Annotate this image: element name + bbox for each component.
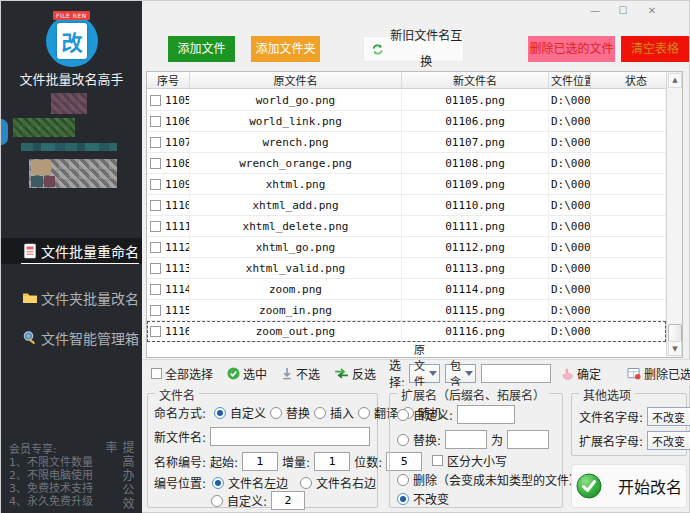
scroll-up-icon[interactable]: ▲ xyxy=(668,73,682,88)
new-name-input[interactable] xyxy=(210,427,370,446)
table-row[interactable]: 1112 xhtml_go.png 01112.png D:\000\ xyxy=(147,237,666,258)
row-checkbox[interactable] xyxy=(150,95,161,106)
row-old-name: world_go.png xyxy=(190,90,402,110)
row-checkbox[interactable] xyxy=(150,158,161,169)
row-new-name: 01106.png xyxy=(402,111,549,131)
table-row[interactable]: 1108 wrench_orange.png 01108.png D:\000\ xyxy=(147,153,666,174)
sidebar-item-folder-rename[interactable]: 文件夹批量改名 xyxy=(1,285,142,311)
row-index: 1110 xyxy=(165,199,190,212)
sidebar-item-batch-rename[interactable]: 文件批量重命名 xyxy=(1,238,142,264)
table-row[interactable]: 1111 xhtml_delete.png 01111.png D:\000\ xyxy=(147,216,666,237)
row-location: D:\000\ xyxy=(549,321,591,341)
row-old-name: xhtml.png xyxy=(190,174,402,194)
swap-names-button[interactable]: 新旧文件名互换 xyxy=(363,36,464,62)
increment-input[interactable] xyxy=(314,452,350,471)
vip-title: 会员专享: xyxy=(9,443,93,456)
vip-benefits: 会员专享: 1、不限文件数量 2、不限电脑使用 3、免费技术支持 4、永久免费升… xyxy=(9,443,93,508)
new-name-label: 新文件名: xyxy=(154,428,206,445)
check-button[interactable]: 选中 xyxy=(227,365,267,382)
radio-translate[interactable] xyxy=(358,407,370,419)
row-checkbox[interactable] xyxy=(150,179,161,190)
sidebar-item-smart-manage[interactable]: 文件智能管理箱 xyxy=(1,325,142,351)
row-checkbox[interactable] xyxy=(150,284,161,295)
sidebar-collapse-handle[interactable] xyxy=(1,119,8,145)
row-checkbox[interactable] xyxy=(150,221,161,232)
row-index: 1107 xyxy=(165,136,190,149)
add-files-button[interactable]: 添加文件 xyxy=(168,36,235,62)
row-checkbox[interactable] xyxy=(150,200,161,211)
magnifier-key-icon xyxy=(22,330,38,346)
ext-custom-input[interactable] xyxy=(457,405,515,424)
ext-case-dropdown[interactable]: 不改变 xyxy=(647,431,690,450)
radio-insert[interactable] xyxy=(314,407,326,419)
table-row[interactable]: 1115 zoom_in.png 01115.png D:\000\ xyxy=(147,300,666,321)
table-row[interactable]: 1116 zoom_out.png 01116.png D:\000\ xyxy=(147,321,666,342)
table-row[interactable]: 1113 xhtml_valid.png 01113.png D:\000\ xyxy=(147,258,666,279)
row-checkbox[interactable] xyxy=(150,137,161,148)
delete-selected-button[interactable]: 删除已选 xyxy=(627,365,690,382)
keyword-input[interactable] xyxy=(481,364,551,383)
row-status xyxy=(591,195,666,215)
row-new-name: 01108.png xyxy=(402,153,549,173)
clear-table-button[interactable]: 清空表格 xyxy=(621,36,689,62)
filename-case-dropdown[interactable]: 不改变 xyxy=(647,407,690,426)
col-header-index[interactable]: 序号 xyxy=(147,72,190,88)
radio-position-left[interactable] xyxy=(212,477,224,489)
radio-custom[interactable] xyxy=(214,407,226,419)
row-old-name: wrench_orange.png xyxy=(190,153,402,173)
field-dropdown[interactable]: 原文件名 xyxy=(409,364,440,383)
start-rename-button[interactable]: 开始改名 xyxy=(571,464,687,508)
table-row[interactable]: 1114 zoom.png 01114.png D:\000\ xyxy=(147,279,666,300)
delete-selected-files-button[interactable]: 删除已选的文件 xyxy=(528,36,615,62)
ext-replace-from-input[interactable] xyxy=(445,430,487,449)
down-arrow-icon xyxy=(281,367,293,380)
minimize-button[interactable]: — xyxy=(585,4,605,18)
ext-replace-to-input[interactable] xyxy=(507,430,549,449)
radio-ext-delete[interactable] xyxy=(397,474,409,486)
match-dropdown[interactable]: 包含 xyxy=(445,364,476,383)
radio-position-custom[interactable] xyxy=(211,495,223,507)
row-checkbox[interactable] xyxy=(150,242,161,253)
table-row[interactable]: 1105 world_go.png 01105.png D:\000\ xyxy=(147,90,666,111)
row-status xyxy=(591,111,666,131)
radio-position-right[interactable] xyxy=(300,477,312,489)
row-checkbox[interactable] xyxy=(150,305,161,316)
col-header-newname[interactable]: 新文件名 xyxy=(402,72,549,88)
invert-selection-button[interactable]: 反选 xyxy=(334,365,376,382)
sidebar-item-label: 文件智能管理箱 xyxy=(41,328,139,348)
col-header-location[interactable]: 文件位置 xyxy=(549,72,591,88)
row-new-name: 01109.png xyxy=(402,174,549,194)
table-row[interactable]: 1110 xhtml_add.png 01110.png D:\000\ xyxy=(147,195,666,216)
row-new-name: 01110.png xyxy=(402,195,549,215)
scroll-down-icon[interactable]: ▼ xyxy=(668,341,682,356)
maximize-button[interactable]: ☐ xyxy=(613,4,633,18)
radio-ext-custom[interactable] xyxy=(397,409,409,421)
redacted-block xyxy=(51,93,87,114)
row-status xyxy=(591,258,666,278)
table-row[interactable]: 1109 xhtml.png 01109.png D:\000\ xyxy=(147,174,666,195)
position-label: 编号位置: xyxy=(154,474,206,491)
start-input[interactable] xyxy=(242,452,278,471)
confirm-button[interactable]: 确定 xyxy=(561,365,601,382)
close-button[interactable]: ✕ xyxy=(642,4,662,18)
filename-case-label: 文件名字母: xyxy=(579,408,643,425)
case-sensitive-checkbox[interactable] xyxy=(432,455,443,466)
col-header-oldname[interactable]: 原文件名 xyxy=(190,72,402,88)
row-index: 1111 xyxy=(165,220,190,233)
table-header: 序号 原文件名 新文件名 文件位置 状态 xyxy=(147,72,682,89)
row-checkbox[interactable] xyxy=(150,263,161,274)
table-scrollbar[interactable]: ▲ ▼ xyxy=(666,72,682,357)
radio-ext-replace[interactable] xyxy=(397,434,409,446)
table-row[interactable]: 1107 wrench.png 01107.png D:\000\ xyxy=(147,132,666,153)
radio-replace[interactable] xyxy=(270,407,282,419)
table-row[interactable]: 1106 world_link.png 01106.png D:\000\ xyxy=(147,111,666,132)
row-checkbox[interactable] xyxy=(150,326,161,337)
row-checkbox[interactable] xyxy=(150,116,161,127)
select-all-checkbox[interactable]: 全部选择 xyxy=(151,365,213,382)
uncheck-button[interactable]: 不选 xyxy=(281,365,320,382)
radio-ext-keep[interactable] xyxy=(397,493,409,505)
custom-position-input[interactable] xyxy=(271,491,305,510)
add-folder-button[interactable]: 添加文件夹 xyxy=(251,36,320,62)
checkbox-icon xyxy=(151,368,162,379)
document-icon xyxy=(22,243,38,259)
